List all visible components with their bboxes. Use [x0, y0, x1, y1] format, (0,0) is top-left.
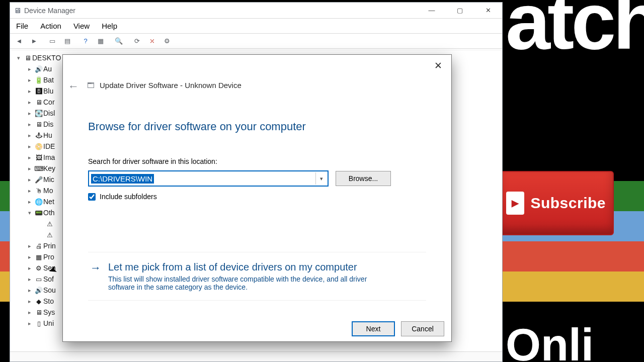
- device-category-icon: 🖨: [34, 242, 43, 250]
- maximize-button[interactable]: ▢: [446, 3, 474, 19]
- back-icon[interactable]: ◄: [12, 35, 26, 48]
- uninstall-icon[interactable]: ⤫: [145, 35, 159, 48]
- device-category-icon: 🖱: [34, 187, 43, 195]
- breadcrumb-text: Update Driver Software - Unknown Device: [100, 81, 242, 89]
- window-title: Device Manager: [24, 7, 75, 15]
- tree-label: Net: [43, 198, 54, 206]
- device-category-icon: 🌐: [34, 198, 43, 206]
- tree-label: Mo: [43, 187, 53, 195]
- forward-icon[interactable]: ►: [27, 35, 41, 48]
- help-icon[interactable]: ?: [78, 35, 93, 48]
- tree-label: Cor: [43, 98, 55, 106]
- tree-label: Prin: [43, 242, 56, 250]
- background-text: atch: [506, 0, 644, 67]
- close-button[interactable]: ✕: [474, 3, 502, 19]
- device-category-icon: 🔊: [34, 287, 43, 294]
- pick-description: This list will show installed driver sof…: [108, 275, 390, 291]
- device-category-icon: 🕹: [34, 132, 43, 139]
- subscribe-button[interactable]: ▶ Subscribe: [498, 171, 614, 235]
- search-location-label: Search for driver software in this locat…: [88, 157, 426, 165]
- device-icon: 🗔: [87, 81, 95, 89]
- dialog-back-button[interactable]: ←: [68, 80, 79, 93]
- device-category-icon: 📀: [34, 143, 43, 150]
- titlebar[interactable]: 🖥 Device Manager — ▢ ✕: [10, 3, 502, 19]
- dialog-breadcrumb: 🗔 Update Driver Software - Unknown Devic…: [87, 81, 242, 89]
- tree-label: Sou: [43, 286, 56, 294]
- play-icon: ▶: [506, 192, 524, 215]
- device-view-icon[interactable]: ▦: [94, 35, 108, 48]
- device-category-icon: 🖼: [34, 154, 43, 161]
- tree-label: Blu: [43, 87, 53, 95]
- device-category-icon: ▭: [34, 276, 43, 283]
- device-category-icon: 🖥: [34, 99, 43, 106]
- statusbar: [10, 351, 502, 361]
- computer-icon: 🖥: [23, 54, 32, 62]
- next-button[interactable]: Next: [352, 321, 395, 336]
- device-category-icon: ⌨: [34, 165, 43, 172]
- tree-label: Bat: [43, 76, 54, 84]
- dialog-close-button[interactable]: ✕: [428, 58, 448, 73]
- other-devices-icon: 📟: [34, 209, 43, 217]
- update-driver-icon[interactable]: ⟳: [130, 35, 144, 48]
- dialog-title: Browse for driver software on your compu…: [88, 120, 426, 133]
- tree-label: Mic: [43, 175, 54, 184]
- pick-title: Let me pick from a list of device driver…: [108, 261, 390, 273]
- tree-label: Sto: [43, 297, 54, 305]
- arrow-right-icon: →: [90, 261, 101, 291]
- device-category-icon: 🎤: [34, 176, 43, 184]
- browse-button[interactable]: Browse...: [336, 171, 391, 186]
- tree-label: Disl: [43, 109, 55, 117]
- device-category-icon: 🖥: [34, 309, 43, 316]
- device-category-icon: 💽: [34, 110, 43, 117]
- update-driver-dialog: ✕ ← 🗔 Update Driver Software - Unknown D…: [62, 54, 452, 342]
- tree-label: Hu: [43, 131, 52, 139]
- tree-label: Dis: [43, 120, 53, 128]
- disable-icon[interactable]: ⚙: [160, 35, 174, 48]
- menu-view[interactable]: View: [67, 19, 96, 33]
- include-subfolders-input[interactable]: [88, 193, 96, 201]
- menu-help[interactable]: Help: [96, 19, 123, 33]
- include-subfolders-label: Include subfolders: [100, 193, 157, 201]
- properties-icon[interactable]: ▤: [60, 35, 74, 48]
- device-category-icon: ▯: [34, 320, 43, 327]
- subscribe-label: Subscribe: [530, 195, 606, 212]
- menubar: File Action View Help: [10, 19, 502, 34]
- tree-label: Au: [43, 65, 52, 73]
- device-category-icon: ⚙: [34, 264, 43, 272]
- path-combobox[interactable]: C:\DRIVERS\WIN ▾: [88, 170, 329, 187]
- cancel-button[interactable]: Cancel: [401, 321, 444, 336]
- tree-label: IDE: [43, 142, 55, 150]
- background-text-bottom: Onli: [506, 319, 594, 362]
- pick-from-list-option[interactable]: → Let me pick from a list of device driv…: [88, 252, 426, 301]
- include-subfolders-checkbox[interactable]: Include subfolders: [88, 193, 426, 201]
- menu-file[interactable]: File: [10, 19, 34, 33]
- device-category-icon: ◆: [34, 298, 43, 305]
- unknown-device-icon: ⚠: [45, 231, 54, 239]
- chevron-down-icon[interactable]: ▾: [315, 172, 327, 185]
- tree-label: Sof: [43, 275, 54, 283]
- tree-label: Uni: [43, 319, 54, 327]
- minimize-button[interactable]: —: [418, 3, 446, 19]
- device-category-icon: 🅱: [34, 87, 43, 95]
- tree-label: Pro: [43, 253, 54, 261]
- menu-action[interactable]: Action: [34, 19, 67, 33]
- scan-icon[interactable]: 🔍: [112, 35, 126, 48]
- tree-label: Oth: [43, 209, 55, 217]
- root-label: DESKTO: [32, 54, 61, 62]
- tree-label: Ima: [43, 153, 55, 161]
- device-category-icon: ▦: [34, 253, 43, 261]
- unknown-device-icon: ⚠: [45, 220, 54, 228]
- device-category-icon: 🔊: [34, 65, 43, 73]
- toolbar: ◄ ► ▭ ▤ ? ▦ 🔍 ⟳ ⤫ ⚙: [10, 34, 502, 49]
- tree-label: Sys: [43, 308, 55, 316]
- app-icon: 🖥: [10, 6, 24, 15]
- tree-label: Key: [43, 164, 55, 172]
- tree-label: Sen: [43, 264, 56, 272]
- show-hide-tree-icon[interactable]: ▭: [45, 35, 59, 48]
- path-value: C:\DRIVERS\WIN: [91, 174, 154, 184]
- device-category-icon: 🔋: [34, 76, 43, 84]
- device-category-icon: 🖥: [34, 121, 43, 128]
